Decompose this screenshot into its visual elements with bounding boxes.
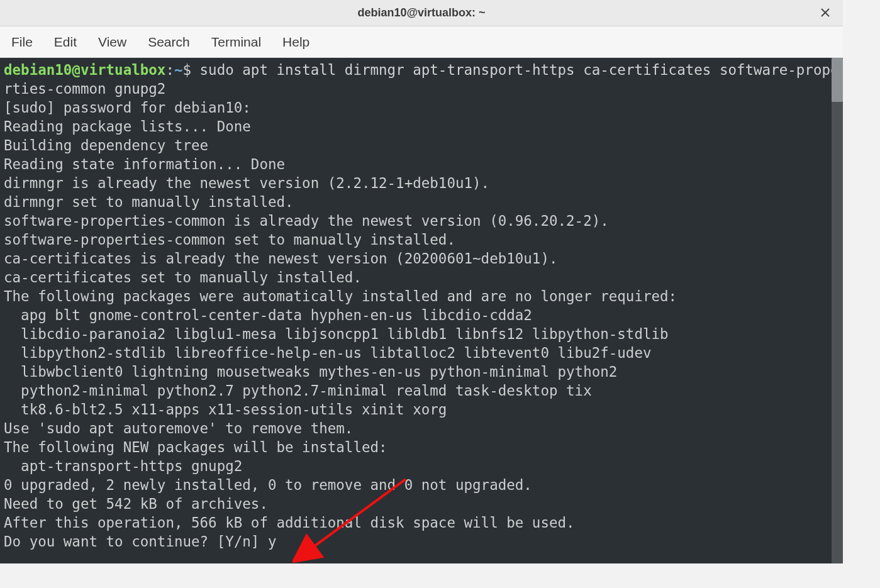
output-line: [sudo] password for debian10: (4, 99, 259, 116)
scrollbar-track[interactable] (832, 58, 843, 563)
window-title: debian10@virtualbox: ~ (357, 6, 485, 19)
menu-help[interactable]: Help (282, 35, 309, 50)
output-line: software-properties-common is already th… (4, 213, 609, 229)
terminal-body[interactable]: debian10@virtualbox:~$ sudo apt install … (0, 58, 843, 563)
output-line: Use 'sudo apt autoremove' to remove them… (4, 420, 353, 436)
output-line: ca-certificates set to manually installe… (4, 269, 362, 286)
output-line: The following packages were automaticall… (4, 288, 677, 304)
output-line: libpython2-stdlib libreoffice-help-en-us… (4, 345, 652, 361)
output-line: Do you want to continue? [Y/n] y (4, 533, 276, 550)
prompt-userhost: debian10@virtualbox (4, 62, 165, 78)
output-line: tk8.6-blt2.5 x11-apps x11-session-utils … (4, 401, 447, 418)
output-line: Need to get 542 kB of archives. (4, 496, 268, 512)
output-line: apt-transport-https gnupg2 (4, 458, 242, 474)
menu-file[interactable]: File (11, 35, 33, 50)
menubar: File Edit View Search Terminal Help (0, 26, 843, 58)
output-line: 0 upgraded, 2 newly installed, 0 to remo… (4, 477, 532, 493)
titlebar: debian10@virtualbox: ~ (0, 0, 843, 26)
output-line: python2-minimal python2.7 python2.7-mini… (4, 382, 592, 399)
menu-terminal[interactable]: Terminal (211, 35, 261, 50)
close-button[interactable] (818, 5, 833, 20)
output-line: Building dependency tree (4, 137, 268, 153)
output-line: software-properties-common set to manual… (4, 231, 455, 248)
menu-view[interactable]: View (98, 35, 126, 50)
output-line: dirmngr set to manually installed. (4, 194, 294, 210)
prompt-symbol: $ (182, 62, 191, 78)
prompt-path: ~ (174, 62, 183, 78)
output-line: libcdio-paranoia2 libglu1-mesa libjsoncp… (4, 326, 669, 342)
output-line: dirmngr is already the newest version (2… (4, 175, 489, 191)
output-line: ca-certificates is already the newest ve… (4, 250, 558, 267)
output-line: apg blt gnome-control-center-data hyphen… (4, 307, 532, 323)
output-line: Reading state information... Done (4, 156, 285, 172)
scrollbar-thumb[interactable] (832, 58, 843, 102)
output-line: After this operation, 566 kB of addition… (4, 514, 575, 531)
menu-search[interactable]: Search (148, 35, 190, 50)
output-line: The following NEW packages will be insta… (4, 439, 387, 455)
terminal-window: debian10@virtualbox: ~ File Edit View Se… (0, 0, 843, 563)
menu-edit[interactable]: Edit (54, 35, 77, 50)
output-line: Reading package lists... Done (4, 118, 251, 135)
prompt-sep: : (165, 62, 174, 78)
close-icon (821, 8, 830, 17)
output-line: libwbclient0 lightning mousetweaks mythe… (4, 363, 617, 380)
